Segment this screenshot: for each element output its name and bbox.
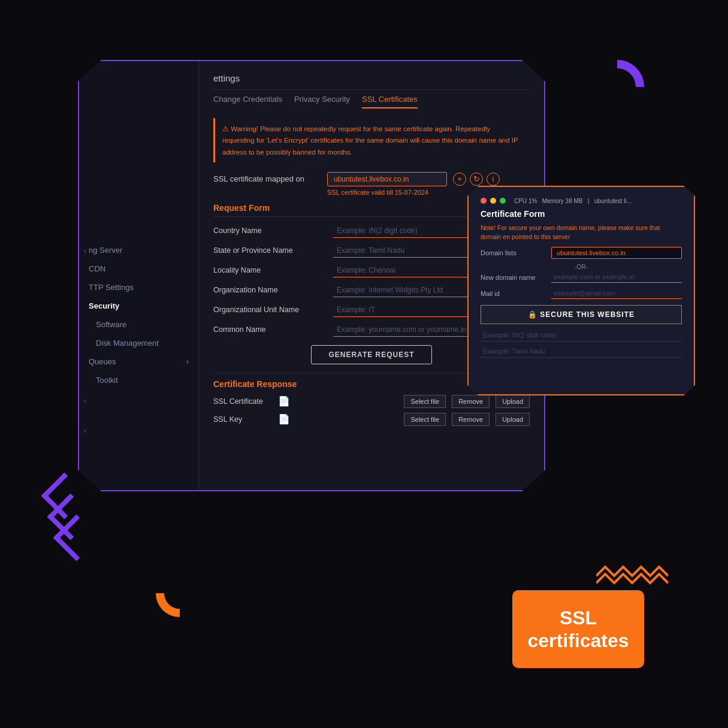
cf-bottom-input-0[interactable] [481,329,682,342]
chevron-right-icon: › [186,357,189,366]
ssl-cert-upload-btn[interactable]: Upload [496,395,530,408]
ssl-mapped-row: SSL certificate mapped on ubuntutest.liv… [213,172,530,186]
ssl-label-line2: certificates [528,630,629,651]
ssl-action-icons: + ↻ i [453,173,500,186]
sidebar-item-ng-server[interactable]: ng Server [79,241,198,259]
nav-arrow-3: ‹ [84,427,86,435]
cf-domain-list-row: Domain lists ubuntutest.livebox.co.in [481,247,682,259]
cf-mail-label: Mail id [481,290,546,297]
cf-note: Note! For secure your own domain name, p… [481,223,682,241]
cf-topbar: CPU 1% Memory 38 MB | ubuntutest li... [481,198,682,204]
ssl-cert-label: SSL Certificate [213,397,273,406]
ssl-key-upload-btn[interactable]: Upload [496,413,530,426]
cf-dot-red [481,198,487,204]
cf-domain-list-label: Domain lists [481,249,546,256]
tab-ssl-certificates[interactable]: SSL Certificates [362,95,418,108]
ssl-cert-file-icon: 📄 [278,395,290,407]
form-label-state: State or Province Name [213,246,333,255]
sidebar-item-toolkit[interactable]: Toolkit [79,371,198,389]
topbar: ettings [213,73,530,90]
nav-arrow-2: ‹ [84,397,86,405]
cf-dot-green [500,198,506,204]
cf-mail-input[interactable] [551,288,682,299]
sidebar-item-ttp-settings[interactable]: TTP Settings [79,278,198,297]
cf-mail-row: Mail id [481,288,682,299]
ssl-info-icon[interactable]: i [487,173,500,186]
cf-bottom-input-1[interactable] [481,345,682,358]
ssl-label-line1: SSL [560,607,597,629]
secure-website-button[interactable]: 🔒 SECURE THIS WEBSITE [481,305,682,324]
cf-new-domain-input[interactable] [551,271,682,283]
ssl-refresh-icon[interactable]: ↻ [470,173,483,186]
ssl-key-row: SSL Key 📄 Select file Remove Upload [213,413,530,426]
tab-change-credentials[interactable]: Change Credentials [213,95,282,108]
tab-privacy-security[interactable]: Privacy Security [294,95,350,108]
ssl-key-remove-btn[interactable]: Remove [452,413,490,426]
sidebar: ng Server CDN TTP Settings Security Soft… [79,61,199,490]
form-label-org: Organization Name [213,286,333,294]
certificate-form-panel: CPU 1% Memory 38 MB | ubuntutest li... C… [467,186,695,395]
ssl-mapped-label: SSL certificate mapped on [213,174,321,183]
ssl-key-label: SSL Key [213,415,273,424]
ssl-cert-remove-btn[interactable]: Remove [452,395,490,408]
warning-icon: ⚠ [222,125,231,132]
ssl-label-box: SSL certificates [512,590,644,668]
ssl-cert-row: SSL Certificate 📄 Select file Remove Upl… [213,395,530,408]
form-label-locality: Locality Name [213,266,333,274]
cf-or-text: -OR- [481,264,682,270]
ssl-add-icon[interactable]: + [453,173,466,186]
settings-title: ettings [213,73,240,83]
deco-zigzag [596,564,668,590]
sidebar-item-disk-management[interactable]: Disk Management [79,334,198,352]
nav-arrow-1: ‹ [84,247,86,255]
form-label-org-unit: Organizational Unit Name [213,306,333,314]
deco-arc-orange [156,569,204,617]
sidebar-item-software[interactable]: Software [79,315,198,334]
warning-text: Warning! Please do not repeatedly reques… [222,125,518,156]
tabs: Change Credentials Privacy Security SSL … [213,95,530,108]
ssl-key-select-btn[interactable]: Select file [404,413,446,426]
cf-dot-yellow [490,198,496,204]
ssl-cert-select-btn[interactable]: Select file [404,395,446,408]
sidebar-item-cdn[interactable]: CDN [79,259,198,278]
generate-request-button[interactable]: GENERATE REQUEST [311,345,431,364]
ssl-key-file-icon: 📄 [278,413,290,425]
cf-title: Certificate Form [481,209,682,219]
sidebar-item-security[interactable]: Security [79,297,198,315]
warning-box: ⚠ Warning! Please do not repeatedly requ… [213,118,530,162]
cf-bottom-inputs [481,329,682,361]
sidebar-item-queues[interactable]: Queues › [79,352,198,371]
form-label-country: Country Name [213,226,333,235]
cf-topbar-label: CPU 1% Memory 38 MB | ubuntutest li... [514,198,632,204]
ssl-domain-select[interactable]: ubuntutest.livebox.co.in [327,172,447,186]
deco-arc-purple [590,60,644,114]
deco-chevrons [42,479,93,542]
form-label-common-name: Common Name [213,325,333,334]
cf-new-domain-row: New domain name [481,271,682,283]
cf-new-domain-label: New domain name [481,274,546,281]
cf-domain-select[interactable]: ubuntutest.livebox.co.in [551,247,682,259]
